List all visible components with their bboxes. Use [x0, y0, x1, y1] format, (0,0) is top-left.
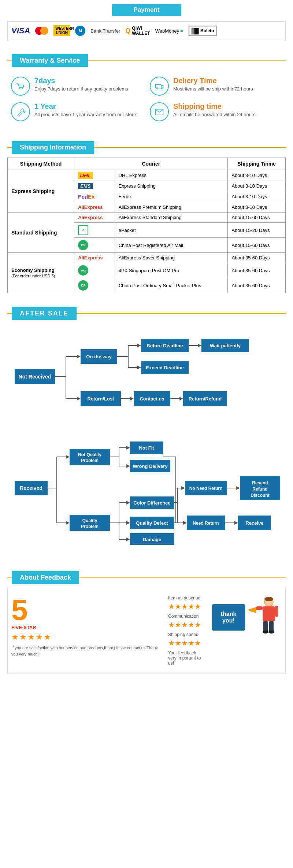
- shipping-title: Shipping Information: [12, 141, 94, 154]
- aftersale-header: AFTER SALE: [7, 307, 286, 320]
- need-return-arrow: [183, 521, 187, 525]
- warranty-delivery-title: Deliery Time: [173, 77, 253, 85]
- aftersale-section: AFTER SALE Not Received On the way Befo: [0, 297, 293, 561]
- qualdefect-arrow: [126, 521, 130, 525]
- warranty-shipping-desc: All emails be answered within 24 hours: [173, 112, 256, 117]
- warranty-return-desc: Enjoy 7days to return if any quality pro…: [34, 86, 128, 92]
- ali-saver-time: About 35-60 Days: [228, 253, 286, 263]
- warranty-grid: 7days Enjoy 7days to return if any quali…: [7, 71, 286, 127]
- before-arrow: [137, 344, 141, 347]
- person-figure-svg: ) ): [249, 595, 278, 639]
- star-ratings: Item as describe ★★★★★ Communication ★★★…: [168, 595, 201, 666]
- aftersale-line-left: [7, 313, 12, 314]
- ali-premium-logo-cell: AliExpress: [74, 202, 115, 213]
- damage-label: Damage: [143, 537, 162, 542]
- warranty-title: Warranty & Service: [12, 54, 88, 67]
- noneed-to-resend-arrow: [236, 486, 240, 490]
- wrongdel-label: Wrong Delivery: [133, 463, 168, 469]
- chinapost2-icon: CP: [78, 280, 88, 291]
- ali-saver-logo: AliExpress: [78, 255, 103, 261]
- feedback-title: About Feedback: [12, 571, 79, 584]
- epacket-icon-text: e: [82, 228, 84, 232]
- economy-row-1: Economy Shipping(For order under USD 5) …: [8, 253, 286, 263]
- mc-yellow-circle: [40, 27, 48, 35]
- warranty-text-shipping: Shipping time All emails be answered wit…: [173, 102, 256, 117]
- shipping-line-right: [94, 147, 286, 148]
- webmoney-text: WebMoney: [155, 28, 179, 34]
- nqp-label2: Problem: [81, 458, 99, 463]
- five-number: 5: [11, 595, 28, 625]
- megaphone-body: [249, 607, 256, 613]
- webmoney-icon: ●: [180, 27, 183, 34]
- return-lost-label: Return/Lost: [88, 396, 115, 402]
- webmoney-logo: WebMoney ●: [155, 27, 183, 34]
- shipping-header: Shipping Information: [7, 141, 286, 154]
- refund-arrow: [179, 397, 183, 400]
- colordiff-arrow: [126, 501, 130, 505]
- rating-stars-3: ★★★★★: [168, 639, 201, 647]
- ems-name: Express Shipping: [115, 181, 228, 191]
- ali-saver-logo-cell: AliExpress: [74, 253, 115, 263]
- notfit-arrow: [126, 446, 130, 450]
- chinapost-icon-text: CP: [81, 243, 86, 247]
- ali-standard-logo: AliExpress: [78, 215, 103, 220]
- col-time: Shipping Tinme: [228, 158, 286, 170]
- resend-label2: Refund: [252, 487, 267, 492]
- warranty-icon: [11, 102, 30, 121]
- not-received-diagram: Not Received On the way Before Deadline …: [7, 324, 286, 431]
- warranty-text-return: 7days Enjoy 7days to return if any quali…: [34, 77, 128, 92]
- cart-svg: [15, 81, 26, 91]
- person-right-shoe: [268, 631, 274, 634]
- dhl-logo-cell: DHL: [74, 170, 115, 181]
- aftersale-line-right: [77, 313, 286, 314]
- warranty-year-title: 1 Year: [34, 102, 136, 111]
- express-row-1: Express Shipping DHL DHL Express About 3…: [8, 170, 286, 181]
- five-star-section: 5 FIVE-STAR ★★★★★ If you are satisfactio…: [11, 595, 161, 657]
- warranty-text-delivery: Deliery Time Most items will be ship wit…: [173, 77, 253, 92]
- wrongdel-arrow: [126, 464, 130, 468]
- qp-label2: Problem: [81, 524, 99, 529]
- col-courier: Courier: [74, 158, 228, 170]
- fedex-logo: FedEx: [78, 193, 94, 200]
- ems-logo: EMS: [78, 183, 93, 189]
- warranty-text-warranty: 1 Year All products have 1 year warranty…: [34, 102, 136, 117]
- standard-row-1: Standard Shipping AliExpress AliExpress …: [8, 213, 286, 223]
- truck-svg: [154, 81, 164, 91]
- rating-label-3: Shipping speed: [168, 632, 201, 637]
- five-stars-display: ★★★★★: [11, 632, 161, 642]
- no-need-return-label: No Need Return: [189, 486, 223, 491]
- delivery-icon: [150, 77, 169, 96]
- qiwi-icon: Q: [125, 27, 130, 35]
- standard-method: Standard Shipping: [8, 213, 74, 253]
- ali-premium-name: AliExpress Premium Shipping: [115, 202, 228, 213]
- western-union-logo: WESTERNUNION: [53, 25, 70, 36]
- person-left-shoe: [263, 631, 268, 634]
- thank-you-text: thankyou!: [221, 611, 237, 624]
- rating-label-2: Communication: [168, 614, 201, 619]
- chinapost-icon: CP: [78, 240, 88, 250]
- exceed-arrow: [137, 366, 141, 369]
- five-star-label: FIVE-STAR: [11, 625, 161, 630]
- person-hair: [264, 597, 273, 601]
- payment-title: Payment: [112, 4, 182, 16]
- warranty-return-title: 7days: [34, 77, 128, 85]
- warranty-delivery-desc: Most items will be ship within72 hours: [173, 86, 253, 92]
- bank-transfer-logo: Bank Transfer: [90, 28, 120, 34]
- chinapost-small-time: About 35-60 Days: [228, 278, 286, 293]
- warranty-header: Warranty & Service: [7, 54, 286, 67]
- return-refund-label: Return/Refund: [189, 396, 222, 402]
- rating-row-3: Shipping speed: [168, 632, 201, 637]
- economy-method: Economy Shipping(For order under USD 5): [8, 253, 74, 293]
- received-label: Received: [20, 485, 42, 491]
- chinapost2-logo-cell: CP: [74, 278, 115, 293]
- shipping-section: Shipping Information Shipping Method Cou…: [0, 131, 293, 297]
- qiwi-text: QIWIWALLET: [132, 26, 150, 36]
- warranty-item-shipping: Shipping time All emails be answered wit…: [150, 102, 282, 121]
- feedback-line-right: [79, 577, 286, 578]
- fedex-name: Fedex: [115, 191, 228, 202]
- rating-row-1: Item as describe: [168, 595, 201, 601]
- 4px-icon-text: 4PX: [81, 269, 86, 272]
- boleto-logo: ||||||| Boleto: [189, 26, 217, 36]
- chinapost-air-time: About 15-60 Days: [228, 238, 286, 253]
- shipping-line-left: [7, 147, 12, 148]
